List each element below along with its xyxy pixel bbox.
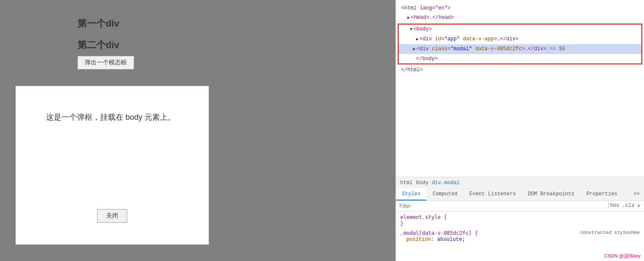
pseudo-label: == $0 [549,46,565,52]
app-div-tag: <div id="app" data-v-app>…</div> [420,36,518,42]
modal-style-block: .modal[data-v-085dc2fc] { constructed st… [400,230,640,243]
tab-dom-breakpoints[interactable]: DOM Breakpoints [522,188,580,200]
tab-computed[interactable]: Computed [426,188,463,200]
browser-content: 第一个div 第二个div 弹出一个模态框 这是一个弹框，挂载在 body 元素… [0,0,396,261]
dom-highlighted-box: ▼<body> ▶<div id="app" data-v-app>…</div… [398,24,642,64]
filter-input[interactable] [399,203,607,209]
dom-tree: <html lang="en"> ▶<head>…</head> ▼<body>… [396,0,644,78]
trigger-btn-container: 弹出一个模态框 [77,56,378,70]
page-content: 第一个div 第二个div 弹出一个模态框 [0,0,396,82]
dom-empty-area [396,78,644,177]
breadcrumb: html body div.modal [396,177,644,188]
breadcrumb-modal[interactable]: div.modal [432,180,460,186]
breadcrumb-body[interactable]: body [416,180,429,186]
watermark: CSDN @温情key [604,253,641,259]
devtools-panel: <html lang="en"> ▶<head>…</head> ▼<body>… [396,0,644,261]
body-triangle-icon: ▼ [410,27,412,32]
tab-more[interactable]: >> [629,188,644,200]
devtools-tabs: Styles Computed Event Listeners DOM Brea… [396,188,644,201]
second-div-label: 第二个div [77,39,378,52]
modal-trigger-button[interactable]: 弹出一个模态框 [77,56,134,70]
tab-properties[interactable]: Properties [580,188,623,200]
brace-close: } [400,221,403,227]
dom-line-html[interactable]: <html lang="en"> [396,3,644,13]
tab-styles[interactable]: Styles [396,188,426,200]
breadcrumb-html[interactable]: html [400,180,413,186]
tab-event-listeners[interactable]: Event Listeners [463,188,522,200]
style-source: constructed styleshee [580,230,640,235]
body-close-tag: </body> [416,56,438,62]
modal-style-selector-line: .modal[data-v-085dc2fc] { constructed st… [400,230,640,237]
head-tag: <head>…</head> [411,15,454,21]
modal-style-position: position: absolute; [400,237,640,243]
html-tag: <html lang="en"> [401,5,451,11]
filter-options: :hov .cls + [607,203,641,209]
html-close-tag: </html> [401,67,423,73]
element-style-close: } [400,221,640,227]
styles-content: element.style { } .modal[data-v-085dc2fc… [396,212,644,261]
dom-line-html-close[interactable]: </html> [396,65,644,75]
filter-plus-icon[interactable]: + [637,203,641,209]
modal-close-button[interactable]: 关闭 [97,209,127,223]
modal-text: 这是一个弹框，挂载在 body 元素上。 [46,112,175,122]
filter-hov[interactable]: :hov [607,203,619,209]
first-div-label: 第一个div [77,17,378,30]
filter-bar: :hov .cls + [396,201,644,212]
dom-line-head[interactable]: ▶<head>…</head> [396,13,644,23]
modal-selector-text: .modal[data-v-085dc2fc] { [400,230,478,236]
triangle-icon: ▶ [407,15,410,20]
modal-dialog: 这是一个弹框，挂载在 body 元素上。 关闭 [15,86,209,245]
position-property: position: [406,237,437,243]
element-style-selector: element.style { [400,214,640,221]
dom-line-body-close[interactable]: </body> [399,54,641,64]
selector-text: element.style { [400,214,447,220]
modal-triangle-icon: ▶ [413,47,416,52]
app-triangle-icon: ▶ [416,37,419,42]
position-value: absolute; [437,237,465,243]
body-tag: <body> [413,26,432,32]
dom-line-modal-div[interactable]: ▶<div class="modal" data-v-085dc2fc>…</d… [399,44,641,54]
filter-cls[interactable]: .cls [622,203,635,209]
element-style-block: element.style { } [400,214,640,227]
dom-line-body[interactable]: ▼<body> [399,24,641,34]
modal-div-tag: <div class="modal" data-v-085dc2fc>…</di… [417,46,547,52]
dom-line-app-div[interactable]: ▶<div id="app" data-v-app>…</div> [399,34,641,44]
